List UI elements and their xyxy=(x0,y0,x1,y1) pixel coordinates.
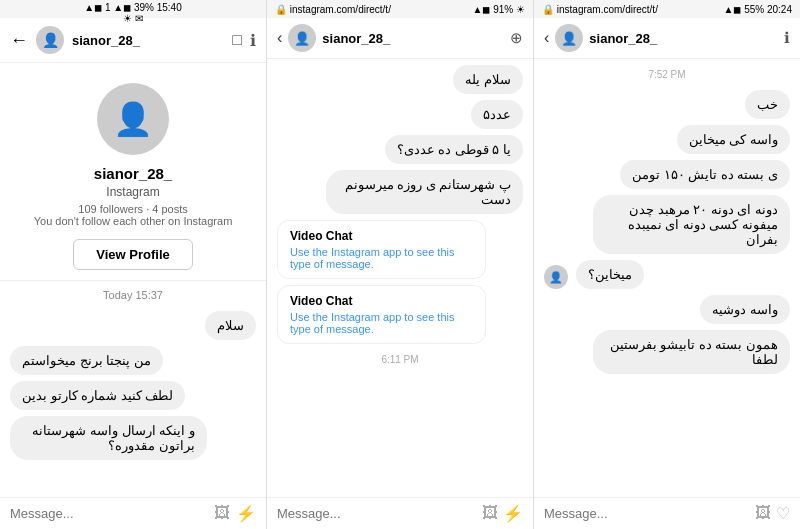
status-left-3: 🔒 instagram.com/direct/t/ xyxy=(542,4,658,15)
avatar-small: 👤 xyxy=(36,26,64,54)
video-chat-bubble-2: Video Chat Use the Instagram app to see … xyxy=(277,285,486,344)
timestamp-center-1: 6:11 PM xyxy=(277,354,523,365)
video-icon[interactable]: □ xyxy=(232,31,242,50)
gallery-icon[interactable]: 🖼 xyxy=(214,504,230,523)
info-icon[interactable]: ℹ xyxy=(250,31,256,50)
list-item: یا ۵ قوطی ده عددی؟ xyxy=(385,135,523,164)
chat-avatar-1: 👤 xyxy=(288,24,316,52)
avatar-received-icon: 👤 xyxy=(549,271,563,284)
video-chat-desc-2: Use the Instagram app to see this type o… xyxy=(290,311,473,335)
list-item: سلام یله xyxy=(453,65,523,94)
heart-icon[interactable]: ♡ xyxy=(776,504,790,523)
chat-input-2[interactable] xyxy=(544,506,747,521)
profile-platform: Instagram xyxy=(106,185,159,199)
view-profile-button[interactable]: View Profile xyxy=(73,239,192,270)
avatar-large-icon: 👤 xyxy=(113,100,153,138)
profile-header-icons: □ ℹ xyxy=(232,31,256,50)
chat-messages-1: سلام یله عدد۵ یا ۵ قوطی ده عددی؟ پ شهرست… xyxy=(267,59,533,497)
input-icons: 🖼 ⚡ xyxy=(214,504,256,523)
list-item: سلام xyxy=(205,311,256,340)
profile-timestamp: Today 15:37 xyxy=(0,281,266,305)
panel-profile: ▲◼ 1 ▲◼ 39% 15:40 ☀ ✉ ← 👤 sianor_28_ □ ℹ… xyxy=(0,0,267,529)
profile-name: sianor_28_ xyxy=(94,165,172,182)
list-item: و اینکه ارسال واسه شهرستانه براتون مقدور… xyxy=(10,416,207,460)
avatar-icon: 👤 xyxy=(42,32,59,48)
panel-chat-2: 🔒 instagram.com/direct/t/ ▲◼ 55% 20:24 ‹… xyxy=(534,0,800,529)
chat-header-icons-2: ℹ xyxy=(784,29,790,47)
list-item: واسه دوشیه xyxy=(700,295,790,324)
info-icon-2[interactable]: ℹ xyxy=(784,29,790,47)
chat-back-button-1[interactable]: ‹ xyxy=(277,29,282,47)
mic-icon-1[interactable]: ⚡ xyxy=(503,504,523,523)
chat-input-bar-2: 🖼 ♡ xyxy=(534,497,800,529)
chat-header-1: ‹ 👤 sianor_28_ ⊕ xyxy=(267,18,533,59)
list-item: خب xyxy=(745,90,790,119)
status-bar-2: 🔒 instagram.com/direct/t/ ▲◼ 91% ☀ xyxy=(267,0,533,18)
chat-input-icons-1: 🖼 ⚡ xyxy=(482,504,523,523)
chat-input-icons-2: 🖼 ♡ xyxy=(755,504,790,523)
back-button[interactable]: ← xyxy=(10,30,28,51)
chat-username-1: sianor_28_ xyxy=(322,31,510,46)
list-item: میخاین؟ xyxy=(576,260,644,289)
gallery-icon-1[interactable]: 🖼 xyxy=(482,504,498,523)
list-item: لطف کنید شماره کارتو بدین xyxy=(10,381,185,410)
profile-meta: 109 followers · 4 posts You don't follow… xyxy=(34,203,233,227)
status-right-2: ▲◼ 91% ☀ xyxy=(473,4,525,15)
chat-avatar-icon-2: 👤 xyxy=(561,31,577,46)
avatar-received: 👤 xyxy=(544,265,568,289)
gallery-icon-2[interactable]: 🖼 xyxy=(755,504,771,523)
video-chat-desc-1: Use the Instagram app to see this type o… xyxy=(290,246,473,270)
list-item: ی بسته ده تایش ۱۵۰ تومن xyxy=(620,160,790,189)
chat-avatar-2: 👤 xyxy=(555,24,583,52)
timestamp-top-2: 7:52 PM xyxy=(544,69,790,80)
profile-header: ← 👤 sianor_28_ □ ℹ xyxy=(0,18,266,63)
username-top: sianor_28_ xyxy=(72,33,232,48)
status-left-1: ▲◼ 1 ▲◼ 39% 15:40 xyxy=(84,2,182,13)
list-item: دونه ای دونه ۲۰ مرهبد چدن میفونه کسی دون… xyxy=(593,195,790,254)
status-bar-1: ▲◼ 1 ▲◼ 39% 15:40 ☀ ✉ xyxy=(0,0,267,18)
panel-chat-1: 🔒 instagram.com/direct/t/ ▲◼ 91% ☀ ‹ 👤 s… xyxy=(267,0,534,529)
chat-messages-2: 7:52 PM خب واسه کی میخاین ی بسته ده تایش… xyxy=(534,59,800,497)
chat-input-1[interactable] xyxy=(277,506,474,521)
status-left-2: 🔒 instagram.com/direct/t/ xyxy=(275,4,391,15)
profile-chat-area: سلام من پنجتا برنج میخواستم لطف کنید شما… xyxy=(0,305,266,497)
message-row: 👤 میخاین؟ xyxy=(544,260,790,289)
chat-header-2: ‹ 👤 sianor_28_ ℹ xyxy=(534,18,800,59)
avatar-large: 👤 xyxy=(97,83,169,155)
chat-input-bar-1: 🖼 ⚡ xyxy=(267,497,533,529)
list-item: همون بسته ده تابیشو بفرستین لطفا xyxy=(593,330,790,374)
profile-message-input-bar: 🖼 ⚡ xyxy=(0,497,266,529)
chat-back-button-2[interactable]: ‹ xyxy=(544,29,549,47)
chat-username-2: sianor_28_ xyxy=(589,31,784,46)
status-right-3: ▲◼ 55% 20:24 xyxy=(724,4,793,15)
video-chat-title-1: Video Chat xyxy=(290,229,473,243)
status-bar-3: 🔒 instagram.com/direct/t/ ▲◼ 55% 20:24 xyxy=(534,0,800,18)
list-item: واسه کی میخاین xyxy=(677,125,790,154)
chat-icon-1[interactable]: ⊕ xyxy=(510,29,523,47)
profile-body: 👤 sianor_28_ Instagram 109 followers · 4… xyxy=(0,63,266,281)
chat-header-icons-1: ⊕ xyxy=(510,29,523,47)
list-item: پ شهرستانم ی روزه میرسونم دست xyxy=(326,170,523,214)
chat-avatar-icon-1: 👤 xyxy=(294,31,310,46)
video-chat-bubble-1: Video Chat Use the Instagram app to see … xyxy=(277,220,486,279)
mic-icon[interactable]: ⚡ xyxy=(236,504,256,523)
list-item: من پنجتا برنج میخواستم xyxy=(10,346,163,375)
video-chat-title-2: Video Chat xyxy=(290,294,473,308)
list-item: عدد۵ xyxy=(471,100,523,129)
message-input[interactable] xyxy=(10,506,206,521)
